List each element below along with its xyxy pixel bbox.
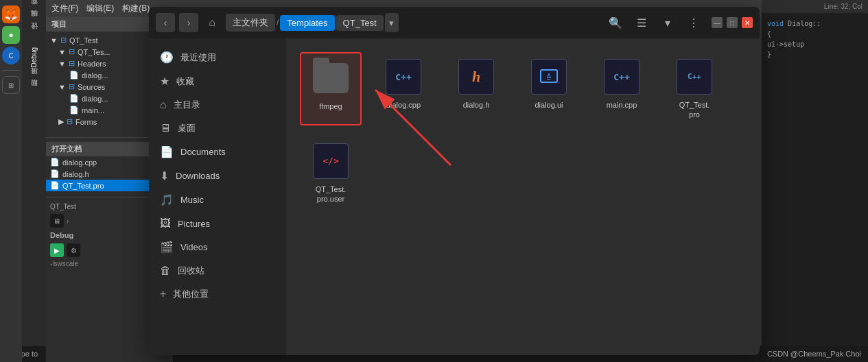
dock-green[interactable]: ●	[2, 26, 20, 44]
sidebar-documents[interactable]: 📄 Documents	[149, 140, 286, 164]
menu-edit[interactable]: 编辑(E)	[86, 3, 114, 14]
sidebar-videos[interactable]: 🎬 Videos	[149, 235, 286, 259]
window-close-btn[interactable]: ✕	[742, 17, 753, 28]
fm-titlebar: ‹ › ⌂ 主文件夹 / Templates QT_Test ▾ 🔍 ☰ ▾ ⋮…	[149, 7, 760, 38]
fm-content: ffmpeg C++ dialog.cpp h dialog.h	[286, 38, 760, 355]
file-grid: ffmpeg C++ dialog.cpp h dialog.h	[300, 52, 746, 209]
file-item-dialog-ui[interactable]: A̲ dialog.ui	[518, 52, 580, 125]
other-label: 其他位置	[173, 288, 209, 300]
side-label-debug[interactable]: Debug	[30, 47, 38, 67]
breadcrumb-area: 主文件夹 / Templates QT_Test ▾	[226, 13, 600, 32]
dialog-h-label: dialog.h	[463, 100, 490, 110]
settings-btn[interactable]: ⚙	[67, 243, 80, 257]
dialog-ui-label: dialog.ui	[535, 100, 563, 110]
dock-divider	[2, 70, 20, 71]
ide-editor-body: void Dialog:: { ui->setup }	[762, 13, 868, 65]
file-item-qttest-prouser[interactable]: </> QT_Test.pro.user	[300, 136, 362, 210]
ide-side-panel: 欢迎 编辑 设计 Debug 项目 帮助	[22, 0, 46, 346]
breadcrumb-dropdown-btn[interactable]: ▾	[385, 13, 399, 32]
desktop-icon: 🖥	[160, 122, 171, 134]
home-icon: ⌂	[160, 99, 167, 111]
sidebar-pictures[interactable]: 🖼 Pictures	[149, 212, 286, 235]
dock-firefox[interactable]: 🦊	[2, 5, 20, 23]
code-line-1: void Dialog::	[767, 19, 863, 29]
pictures-label: Pictures	[178, 219, 210, 229]
sidebar-desktop[interactable]: 🖥 桌面	[149, 117, 286, 140]
code-line-2: {	[767, 29, 863, 39]
downloads-label: Downloads	[176, 171, 220, 181]
sidebar-other-locations[interactable]: + 其他位置	[149, 282, 286, 306]
qttest-pro-icon: C++	[675, 58, 714, 96]
favorites-label: 收藏	[176, 75, 194, 88]
sidebar-home[interactable]: ⌂ 主目录	[149, 93, 286, 117]
documents-label: Documents	[180, 147, 226, 157]
dialog-cpp-label: dialog.cpp	[386, 100, 421, 110]
app-dock: 🦊 ● C ⊞	[0, 0, 22, 362]
recent-label: 最近使用	[180, 51, 216, 64]
window-min-btn[interactable]: —	[712, 17, 723, 28]
home-btn[interactable]: ⌂	[202, 13, 222, 32]
videos-label: Videos	[180, 242, 208, 252]
qttest-prouser-icon: </>	[312, 142, 350, 180]
file-manager-dialog: ‹ › ⌂ 主文件夹 / Templates QT_Test ▾ 🔍 ☰ ▾ ⋮…	[149, 7, 760, 355]
qttest-prouser-label: QT_Test.pro.user	[316, 184, 347, 204]
folder-shape	[313, 63, 349, 93]
search-btn[interactable]: 🔍	[605, 12, 626, 34]
code-line-4: }	[767, 49, 863, 60]
menu-btn[interactable]: ⋮	[683, 12, 705, 34]
recent-icon: 🕐	[160, 51, 174, 64]
music-icon: 🎵	[160, 193, 174, 206]
debug-chevron: ›	[67, 217, 69, 225]
dialog-h-icon: h	[457, 58, 495, 96]
h-icon-shape: h	[458, 59, 494, 95]
sidebar-trash[interactable]: 🗑 回收站	[149, 259, 286, 282]
breadcrumb-qttest[interactable]: QT_Test	[336, 15, 384, 31]
file-item-qttest-pro[interactable]: C++ QT_Test.pro	[664, 52, 725, 125]
pictures-icon: 🖼	[160, 217, 171, 230]
cpp-icon-shape: C++	[386, 59, 421, 95]
dock-blue[interactable]: C	[2, 47, 20, 64]
list-view-btn[interactable]: ☰	[631, 12, 653, 34]
sidebar-recent[interactable]: 🕐 最近使用	[149, 45, 286, 69]
fm-body: 🕐 最近使用 ★ 收藏 ⌂ 主目录 🖥 桌面 📄 Documents ⬇ Do	[149, 38, 760, 355]
fm-toolbar-right: 🔍 ☰ ▾ ⋮	[605, 12, 705, 34]
file-item-ffmpeg[interactable]: ffmpeg	[300, 52, 362, 125]
file-item-main-cpp[interactable]: C++ main.cpp	[591, 52, 653, 125]
fm-sidebar: 🕐 最近使用 ★ 收藏 ⌂ 主目录 🖥 桌面 📄 Documents ⬇ Do	[149, 38, 286, 355]
prouser-icon-shape: </>	[313, 143, 349, 179]
ide-editor-info: Line: 32, Col	[762, 0, 868, 13]
menu-build[interactable]: 构建(B)	[122, 3, 150, 14]
file-item-dialog-cpp[interactable]: C++ dialog.cpp	[373, 52, 434, 125]
other-icon: +	[160, 288, 166, 300]
window-controls: — □ ✕	[712, 17, 753, 28]
qttest-pro-label: QT_Test.pro	[679, 100, 710, 120]
dialog-ui-icon: A̲	[530, 58, 568, 96]
videos-icon: 🎬	[160, 241, 174, 254]
nav-forward-btn[interactable]: ›	[179, 13, 198, 32]
main-cpp-icon-shape: C++	[604, 59, 640, 95]
list-options-btn[interactable]: ▾	[657, 12, 679, 34]
ide-editor: Line: 32, Col void Dialog:: { ui->setup …	[762, 0, 868, 346]
downloads-icon: ⬇	[160, 169, 169, 182]
debug-screen-btn[interactable]: 🖥	[50, 214, 64, 228]
breadcrumb-sep1: /	[277, 18, 279, 27]
pro-icon-shape: C++	[677, 59, 712, 95]
file-item-dialog-h[interactable]: h dialog.h	[445, 52, 507, 125]
ffmpeg-label: ffmpeg	[319, 101, 342, 111]
dock-square[interactable]: ⊞	[2, 76, 20, 94]
sidebar-music[interactable]: 🎵 Music	[149, 188, 286, 212]
window-max-btn[interactable]: □	[727, 17, 738, 28]
sidebar-downloads[interactable]: ⬇ Downloads	[149, 164, 286, 188]
breadcrumb-templates[interactable]: Templates	[280, 15, 334, 31]
sidebar-favorites[interactable]: ★ 收藏	[149, 69, 286, 93]
ffmpeg-folder-icon	[312, 59, 350, 97]
favorites-icon: ★	[160, 75, 169, 88]
nav-back-btn[interactable]: ‹	[156, 13, 175, 32]
run-btn[interactable]: ▶	[50, 243, 64, 257]
breadcrumb-home[interactable]: 主文件夹	[226, 14, 275, 32]
trash-icon: 🗑	[160, 265, 171, 277]
menu-file[interactable]: 文件(F)	[51, 3, 78, 14]
desktop-label: 桌面	[178, 122, 196, 134]
music-label: Music	[180, 195, 204, 205]
documents-icon: 📄	[160, 145, 174, 158]
